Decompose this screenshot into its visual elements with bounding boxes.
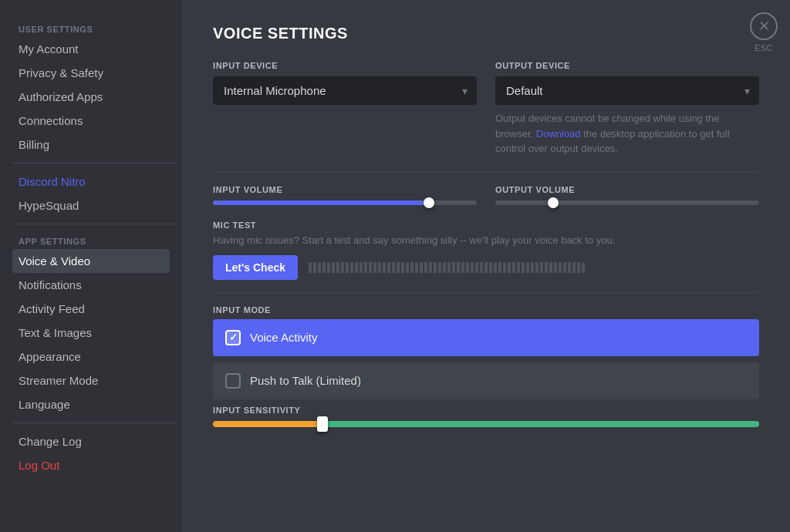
output-volume-col: OUTPUT VOLUME	[495, 185, 759, 205]
meter-bar-52	[545, 262, 548, 273]
meter-bar-25	[420, 262, 423, 273]
meter-bar-43	[503, 262, 506, 273]
input-sensitivity-label: INPUT SENSITIVITY	[213, 406, 759, 415]
sidebar-item-billing[interactable]: Billing	[12, 133, 170, 157]
input-device-select[interactable]: Internal Microphone	[213, 76, 477, 105]
input-volume-col: INPUT VOLUME	[213, 185, 477, 205]
download-link[interactable]: Download	[536, 128, 581, 140]
sidebar-item-activity-feed[interactable]: Activity Feed	[12, 297, 170, 321]
sensitivity-track[interactable]	[213, 421, 759, 427]
meter-bar-57	[568, 262, 571, 273]
sidebar-item-my-account[interactable]: My Account	[12, 37, 170, 61]
meter-bar-1	[309, 262, 312, 273]
input-volume-thumb[interactable]	[424, 197, 434, 208]
meter-bar-13	[364, 262, 367, 273]
meter-bar-40	[489, 262, 492, 273]
meter-bar-36	[471, 262, 474, 273]
sidebar-item-appearance[interactable]: Appearance	[12, 345, 170, 369]
output-volume-track[interactable]	[495, 200, 759, 205]
sidebar-item-streamer-mode[interactable]: Streamer Mode	[12, 369, 170, 392]
meter-bar-48	[526, 262, 529, 273]
meter-bar-59	[577, 262, 580, 273]
input-sensitivity-section: INPUT SENSITIVITY	[213, 406, 759, 427]
mic-meter	[309, 260, 759, 275]
user-settings-label: USER SETTINGS	[12, 19, 182, 37]
esc-label: ESC	[755, 43, 773, 52]
push-to-talk-option[interactable]: Push to Talk (Limited)	[213, 362, 759, 399]
input-volume-fill	[213, 200, 429, 205]
meter-bar-54	[554, 262, 557, 273]
voice-activity-label: Voice Activity	[250, 331, 318, 344]
input-device-col: INPUT DEVICE Internal Microphone ▾	[213, 61, 477, 157]
output-device-note: Output devices cannot be changed while u…	[495, 111, 759, 157]
meter-bar-12	[360, 262, 363, 273]
push-to-talk-checkbox	[225, 373, 241, 389]
meter-bar-19	[392, 262, 395, 273]
meter-bar-22	[406, 262, 409, 273]
sidebar-item-connections[interactable]: Connections	[12, 109, 170, 133]
sidebar: USER SETTINGS My Account Privacy & Safet…	[0, 0, 182, 532]
sidebar-item-text-images[interactable]: Text & Images	[12, 321, 170, 345]
meter-bar-60	[582, 262, 585, 273]
push-to-talk-label: Push to Talk (Limited)	[250, 374, 361, 387]
input-device-label: INPUT DEVICE	[213, 61, 477, 70]
sidebar-item-voice-video[interactable]: Voice & Video	[12, 249, 170, 273]
sidebar-item-hypesquad[interactable]: HypeSquad	[12, 194, 170, 217]
meter-bar-31	[447, 262, 451, 273]
meter-bar-49	[531, 262, 534, 273]
meter-bar-3	[318, 262, 321, 273]
meter-bar-44	[508, 262, 511, 273]
meter-bar-29	[438, 262, 441, 273]
meter-bar-27	[429, 262, 432, 273]
sidebar-item-discord-nitro[interactable]: Discord Nitro	[12, 170, 170, 194]
meter-bar-42	[498, 262, 501, 273]
voice-activity-option[interactable]: ✓ Voice Activity	[213, 319, 759, 356]
output-device-select[interactable]: Default	[495, 76, 759, 105]
meter-bar-47	[522, 262, 525, 273]
sidebar-divider-3	[12, 423, 176, 423]
meter-bar-9	[346, 262, 349, 273]
meter-bar-53	[549, 262, 552, 273]
meter-bar-23	[410, 262, 414, 273]
output-volume-thumb[interactable]	[548, 197, 559, 208]
meter-bar-20	[397, 262, 400, 273]
close-icon: ✕	[758, 18, 770, 35]
meter-bar-45	[512, 262, 515, 273]
meter-bar-35	[466, 262, 469, 273]
sidebar-item-language[interactable]: Language	[12, 392, 170, 416]
sidebar-item-notifications[interactable]: Notifications	[12, 273, 170, 297]
sidebar-item-change-log[interactable]: Change Log	[12, 429, 170, 453]
app-settings-label: APP SETTINGS	[12, 231, 182, 249]
meter-bar-41	[494, 262, 497, 273]
output-volume-fill	[495, 200, 553, 205]
mic-test-desc: Having mic issues? Start a test and say …	[213, 234, 759, 246]
meter-bar-26	[424, 262, 427, 273]
input-volume-track[interactable]	[213, 200, 477, 205]
close-button[interactable]: ✕	[750, 12, 778, 40]
voice-activity-checkbox: ✓	[225, 330, 241, 345]
sidebar-item-authorized-apps[interactable]: Authorized Apps	[12, 85, 170, 109]
input-device-wrapper: Internal Microphone ▾	[213, 76, 477, 105]
meter-bar-8	[341, 262, 344, 273]
output-device-col: OUTPUT DEVICE Default ▾ Output devices c…	[495, 61, 759, 157]
meter-bar-37	[475, 262, 478, 273]
lets-check-button[interactable]: Let's Check	[213, 255, 298, 280]
checkmark-icon: ✓	[229, 332, 238, 343]
meter-bar-11	[355, 262, 358, 273]
sidebar-item-privacy-safety[interactable]: Privacy & Safety	[12, 61, 170, 85]
meter-bar-55	[559, 262, 562, 273]
meter-bar-2	[313, 262, 316, 273]
meter-bar-33	[457, 262, 460, 273]
meter-bar-24	[415, 262, 418, 273]
meter-bar-17	[383, 262, 386, 273]
sensitivity-thumb[interactable]	[317, 416, 328, 432]
meter-bar-5	[327, 262, 330, 273]
sidebar-item-log-out[interactable]: Log Out	[12, 453, 170, 477]
sidebar-divider-2	[12, 224, 176, 224]
output-device-wrapper: Default ▾	[495, 76, 759, 105]
divider-2	[213, 292, 759, 293]
meter-bar-34	[461, 262, 464, 273]
meter-bar-28	[434, 262, 437, 273]
main-content: ✕ ESC VOICE SETTINGS INPUT DEVICE Intern…	[182, 0, 790, 532]
volume-section: INPUT VOLUME OUTPUT VOLUME	[213, 185, 759, 205]
